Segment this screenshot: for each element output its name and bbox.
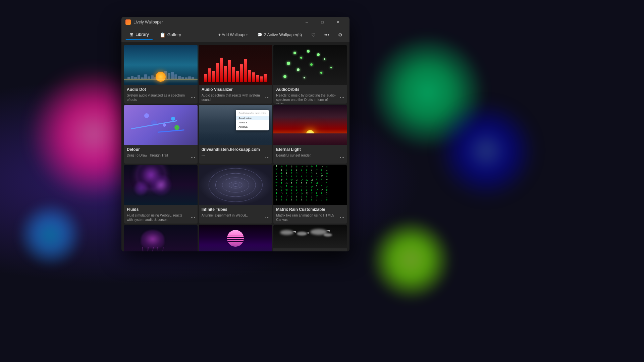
active-wallpapers-label: 2 Active Wallpaper(s) [264, 33, 302, 37]
gallery-icon: 📋 [160, 32, 165, 38]
wallpaper-card-fluids[interactable]: Fluids Fluid simulation using WebGL, rea… [124, 165, 198, 224]
card-info-eternal: Eternal Light Beautiful sunset render. [273, 145, 347, 160]
wallpaper-card-matrix[interactable]: 1ア0イ1ウ0エ1オ0 カ1キ0ク1ケ0コ10 0サ1シ0ス1セ0ソ1 タ1チ0… [273, 165, 347, 224]
active-wallpapers-button[interactable]: 💬 2 Active Wallpaper(s) [254, 31, 305, 39]
wallpaper-card-eternal[interactable]: Eternal Light Beautiful sunset render. ⋯ [273, 105, 347, 164]
orbit-dot-10 [320, 72, 322, 74]
card-title-audio-orbits: AudioOrbits [276, 87, 337, 93]
card-desc-fluids: Fluid simulation using WebGL, reacts wit… [127, 213, 188, 222]
orbit-dot-3 [317, 53, 320, 56]
card-menu-fluids[interactable]: ⋯ [190, 214, 196, 221]
card-desc-audio-dot: System audio visualized as a spectrum of… [127, 93, 188, 102]
thumbnail-audio-viz [199, 45, 272, 85]
thumbnail-infinite [199, 165, 272, 205]
card-menu-matrix[interactable]: ⋯ [339, 214, 345, 221]
bg-blob-yellow-green [369, 218, 453, 302]
maximize-button[interactable]: □ [315, 17, 330, 27]
wallpaper-library-content[interactable]: Audio Dot System audio visualized as a s… [121, 42, 350, 251]
matrix-col-10: ン01ア0イ1ウ0エ1 [320, 165, 323, 201]
svg-point-5 [233, 184, 238, 186]
settings-button[interactable]: ⚙ [335, 29, 345, 40]
orbit-dot-8 [330, 67, 332, 68]
chat-icon: 💬 [257, 33, 262, 37]
drive-dd-header: Scroll down for more cities [236, 111, 269, 115]
card-title-matrix: Matrix Rain Customizable [276, 207, 337, 213]
eternal-water [273, 133, 347, 145]
matrix-col-8: ヤ1ユ0ヨ1ラ0リ10 [310, 165, 313, 201]
drive-dd-amsterdam: Amsterdam [236, 116, 269, 120]
add-wallpaper-label: + Add Wallpaper [218, 33, 248, 37]
card-info-infinite: Infinite Tubes A tunnel experiment in We… [199, 205, 272, 220]
wallpaper-card-outrun[interactable]: Outrun #3 [Customisable] Outrun aestheti… [199, 225, 272, 251]
card-menu-audio-dot[interactable]: ⋯ [190, 94, 196, 101]
tab-gallery[interactable]: 📋 Gallery [156, 30, 185, 40]
matrix-col-7: マ0ミ1ム0メ1モ01 [305, 165, 308, 201]
window-controls: ─ □ ✕ [299, 17, 345, 27]
card-title-infinite: Infinite Tubes [202, 207, 263, 213]
card-desc-matrix: Matrix like rain animation using HTML5 C… [276, 213, 337, 222]
matrix-col-9: 0ル1レ0ロ1ワ0ヲ1 [315, 165, 318, 201]
detour-dot-1 [144, 113, 149, 118]
wallpaper-card-parallax[interactable]: Parallax.js Parallax.js engine github pa… [273, 225, 347, 251]
card-title-fluids: Fluids [127, 207, 188, 213]
drive-city-dropdown: Scroll down for more cities Amsterdam An… [236, 110, 269, 130]
matrix-col-2: カ1キ0ク1ケ0コ10 [280, 165, 283, 201]
card-desc-detour: Drag To Draw Through Trail [127, 153, 188, 158]
audio-dot-orb [156, 72, 166, 82]
wallpaper-card-detour[interactable]: Detour Drag To Draw Through Trail ⋯ [124, 105, 198, 164]
parallax-ground [273, 248, 347, 251]
card-menu-audio-orbits[interactable]: ⋯ [339, 94, 345, 101]
tab-library[interactable]: ⊞ Library [125, 30, 153, 40]
card-menu-detour[interactable]: ⋯ [190, 154, 196, 161]
matrix-col-6: ハ1ヒ0フ1ヘ0ホ10 [300, 165, 303, 201]
more-options-button[interactable]: ••• [321, 29, 332, 40]
wallpaper-card-medusa[interactable]: Medusae Soft body jellyfish simulation. … [124, 225, 198, 251]
more-icon: ••• [324, 32, 329, 38]
heart-button[interactable]: ♡ [308, 29, 319, 40]
card-info-audio-dot: Audio Dot System audio visualized as a s… [124, 85, 198, 104]
orbit-dot-11 [283, 75, 286, 78]
card-desc-infinite: A tunnel experiment in WebGL. [202, 213, 263, 218]
card-menu-infinite[interactable]: ⋯ [264, 214, 271, 221]
card-info-drive: driveandlisten.herokuapp.com --- [199, 145, 272, 160]
matrix-col-4: タ1チ0ツ1テ0ト10 [290, 165, 293, 201]
jellyfish-tentacle-2 [147, 247, 148, 251]
viz-bars [204, 55, 267, 82]
title-bar: Lively Wallpaper ─ □ ✕ [121, 17, 350, 27]
orbit-dot-9 [297, 68, 300, 71]
orbit-dot-12 [304, 77, 305, 78]
fluid-blob-3 [134, 182, 148, 195]
thumbnail-outrun [199, 225, 272, 251]
fluid-blob-2 [151, 175, 171, 195]
card-desc-audio-viz: Audio spectrum that reacts with system s… [202, 93, 263, 102]
add-wallpaper-button[interactable]: + Add Wallpaper [215, 31, 251, 39]
wallpaper-card-audio-dot[interactable]: Audio Dot System audio visualized as a s… [124, 45, 198, 104]
parallax-cloud-1 [280, 230, 293, 235]
thumbnail-audio-dot [124, 45, 198, 85]
card-menu-audio-viz[interactable]: ⋯ [264, 94, 271, 101]
settings-icon: ⚙ [338, 32, 342, 38]
card-info-fluids: Fluids Fluid simulation using WebGL, rea… [124, 205, 198, 224]
wallpaper-card-audio-viz[interactable]: Audio Visualizer Audio spectrum that rea… [199, 45, 272, 104]
app-icon [125, 19, 131, 25]
library-label: Library [136, 32, 149, 37]
wallpaper-card-infinite[interactable]: Infinite Tubes A tunnel experiment in We… [199, 165, 272, 224]
jellyfish-tentacle-5 [162, 247, 164, 251]
card-info-matrix: Matrix Rain Customizable Matrix like rai… [273, 205, 347, 224]
wallpaper-card-audio-orbits[interactable]: AudioOrbits Reacts to music by projectin… [273, 45, 347, 104]
wallpaper-card-drive[interactable]: Scroll down for more cities Amsterdam An… [199, 105, 272, 164]
card-menu-drive[interactable]: ⋯ [264, 154, 271, 161]
thumbnail-detour [124, 105, 198, 145]
thumbnail-fluids [124, 165, 198, 205]
drive-dd-antalya: Antalya [236, 125, 269, 129]
jellyfish-tentacle-1 [142, 247, 144, 251]
thumbnail-eternal [273, 105, 347, 145]
card-desc-drive: --- [202, 153, 263, 158]
card-info-audio-orbits: AudioOrbits Reacts to music by projectin… [273, 85, 347, 104]
library-icon: ⊞ [129, 32, 133, 37]
close-button[interactable]: ✕ [330, 17, 345, 27]
card-title-audio-viz: Audio Visualizer [202, 87, 263, 93]
card-menu-eternal[interactable]: ⋯ [339, 154, 345, 161]
matrix-col-1: 1ア0イ1ウ0エ1オ0 [275, 165, 278, 201]
minimize-button[interactable]: ─ [299, 17, 315, 27]
